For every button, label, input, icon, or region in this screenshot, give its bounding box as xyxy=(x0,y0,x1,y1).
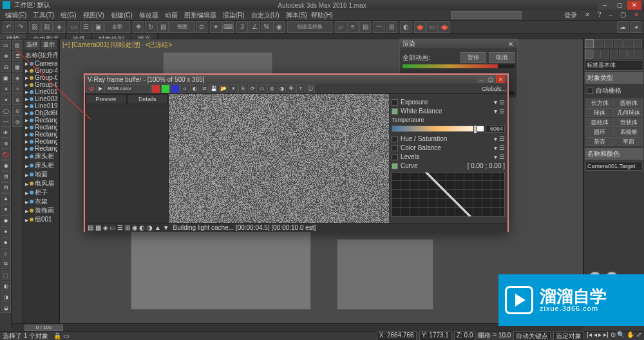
load-button[interactable]: 📂 xyxy=(219,84,228,93)
wb-checkbox[interactable] xyxy=(392,108,398,115)
create-茶壶-button[interactable]: 茶壶 xyxy=(585,137,614,146)
save-button[interactable]: 💾 xyxy=(209,84,218,93)
scale-button[interactable]: ▤ xyxy=(157,21,169,33)
vfb-close-button[interactable]: ✕ xyxy=(496,75,505,83)
tree-item[interactable]: ▸Obj3d66 xyxy=(24,109,57,117)
tree-item[interactable]: ▸Rectang xyxy=(24,145,57,152)
cmd-utilities-tab[interactable] xyxy=(633,39,642,48)
tree-sort[interactable]: 名称(按升序排序) xyxy=(24,51,57,60)
refcoord-dropdown[interactable]: 视图 xyxy=(169,21,195,33)
levels-checkbox[interactable] xyxy=(392,154,398,160)
spinner-snap-button[interactable]: ◉ xyxy=(273,21,285,33)
temperature-value[interactable]: 6064 xyxy=(486,125,505,133)
tree-item[interactable]: ▸床头柜 xyxy=(24,152,57,161)
cmd-display-tab[interactable] xyxy=(623,39,632,48)
cat-system-icon[interactable] xyxy=(636,50,643,59)
ungroup-icon[interactable]: ⊟ xyxy=(1,182,11,193)
group-icon[interactable]: ⊞ xyxy=(1,171,11,182)
cat-geom-icon[interactable] xyxy=(585,50,592,59)
menu-modifiers[interactable]: 修改器 xyxy=(137,11,161,20)
sel-bone-icon[interactable]: ☊ xyxy=(1,62,11,72)
unhide-icon[interactable]: ◉ xyxy=(1,160,11,171)
render-button[interactable]: 🫖 xyxy=(439,21,450,33)
unlink-button[interactable]: ⛓ xyxy=(41,21,53,33)
copy-button[interactable]: ⎘ xyxy=(238,84,247,93)
select-region-button[interactable]: ▣ xyxy=(92,21,104,33)
undo-button[interactable]: ↶ xyxy=(3,21,14,33)
cat-light-icon[interactable] xyxy=(601,50,609,59)
blue-channel-button[interactable] xyxy=(171,84,180,93)
create-管状体-button[interactable]: 管状体 xyxy=(614,118,643,127)
layers-button[interactable]: ▤ xyxy=(359,21,371,33)
tree-item[interactable]: ▸Rectang xyxy=(24,138,57,145)
tree-tab-select[interactable]: 选择 xyxy=(24,40,40,50)
help-icon[interactable]: ? xyxy=(595,11,604,20)
tool-j-icon[interactable]: ◑ xyxy=(1,292,11,302)
max2-button[interactable]: ▢ xyxy=(618,11,629,20)
close-button[interactable]: ✕ xyxy=(627,1,641,10)
cmd-create-tab[interactable] xyxy=(585,39,594,48)
create-球体-button[interactable]: 球体 xyxy=(585,108,614,117)
ol-g-icon[interactable]: ⊖ xyxy=(12,106,23,116)
cmd-motion-tab[interactable] xyxy=(614,39,623,48)
exposure-checkbox[interactable] xyxy=(392,99,398,106)
menu-script[interactable]: 脚本(S) xyxy=(283,11,310,20)
mirror-button[interactable]: ▱ xyxy=(335,21,346,33)
tree-item[interactable]: ▸Line003 xyxy=(24,95,57,102)
pivot-button[interactable]: ⊙ xyxy=(196,21,207,33)
workspace-label[interactable]: 工作区: 默认 xyxy=(14,1,50,10)
hide-icon[interactable]: 🚫 xyxy=(1,149,11,160)
sel-cam-icon[interactable]: ▣ xyxy=(1,73,11,83)
freeze-icon[interactable]: ❄ xyxy=(1,138,11,149)
render-last-button[interactable]: ▶ xyxy=(96,84,105,93)
filter-dropdown[interactable]: 全部 xyxy=(104,21,130,33)
tree-tab-show[interactable]: 显示 xyxy=(41,40,57,50)
track-button[interactable]: ◎ xyxy=(267,84,276,93)
lens-button[interactable]: 👁 xyxy=(287,84,296,93)
create-圆环-button[interactable]: 圆环 xyxy=(585,128,614,137)
create-长方体-button[interactable]: 长方体 xyxy=(585,99,614,108)
select-button[interactable]: ▭ xyxy=(68,21,79,33)
snap-button[interactable]: 3 xyxy=(236,21,248,33)
menu-render[interactable]: 渲染(R) xyxy=(220,11,247,20)
viewport-label[interactable]: [+] [Camera001] [明暗处理] · <已冻结> xyxy=(62,41,172,50)
preview-tab[interactable]: Preview xyxy=(85,94,127,104)
namecolor-header[interactable]: 名称和颜色 xyxy=(585,148,643,160)
cat-warp-icon[interactable] xyxy=(627,50,635,59)
details-tab[interactable]: Details xyxy=(127,94,169,104)
cb-checkbox[interactable] xyxy=(392,145,398,151)
pixel-button[interactable]: ⓘ xyxy=(306,84,315,93)
cat-helper-icon[interactable] xyxy=(619,50,627,59)
temperature-slider[interactable] xyxy=(392,126,484,132)
tree-item[interactable]: ▸床头柜 xyxy=(24,161,57,170)
tool-g-icon[interactable]: ⧉ xyxy=(1,259,11,269)
sel-helper-icon[interactable]: ✦ xyxy=(1,95,11,105)
curve-editor[interactable] xyxy=(392,172,505,217)
menu-animation[interactable]: 动画 xyxy=(162,11,180,20)
selobj-button[interactable]: 选定对象 xyxy=(553,331,584,341)
isolate-icon[interactable]: 👁 xyxy=(1,128,11,138)
ol-d-icon[interactable]: ◈ xyxy=(12,73,23,83)
schematic-button[interactable]: ⊞ xyxy=(386,21,397,33)
menu-create[interactable]: 创建(C) xyxy=(108,11,135,20)
keymode-button[interactable]: ⌨ xyxy=(222,21,234,33)
align-button[interactable]: ≡ xyxy=(347,21,359,33)
create-圆锥体-button[interactable]: 圆锥体 xyxy=(614,99,643,108)
exchange-icon[interactable]: ✕ xyxy=(582,11,592,20)
curve-editor-button[interactable]: 〰 xyxy=(374,21,385,33)
create-圆柱体-button[interactable]: 圆柱体 xyxy=(585,118,614,127)
menu-help[interactable]: 帮助(H) xyxy=(308,11,336,20)
ol-f-icon[interactable]: ⊕ xyxy=(12,95,23,105)
tool-f-icon[interactable]: ☼ xyxy=(1,248,11,258)
tool-d-icon[interactable]: ● xyxy=(1,226,11,236)
tree-item[interactable]: ▸装饰画 xyxy=(24,206,57,215)
coord-y[interactable]: Y: 1773.1 xyxy=(419,331,451,341)
tree-item[interactable]: ▸Line001 xyxy=(24,88,57,95)
vfb-max-button[interactable]: ▢ xyxy=(486,75,495,83)
tree-item[interactable]: ▸地面 xyxy=(24,170,57,179)
ol-b-icon[interactable]: ☰ xyxy=(12,51,23,61)
sel-light-icon[interactable]: ☀ xyxy=(1,84,11,94)
ol-h-icon[interactable]: ◎ xyxy=(12,117,23,127)
tree-item[interactable]: ▸Rectang xyxy=(24,124,57,131)
cmd-modify-tab[interactable] xyxy=(594,39,603,48)
